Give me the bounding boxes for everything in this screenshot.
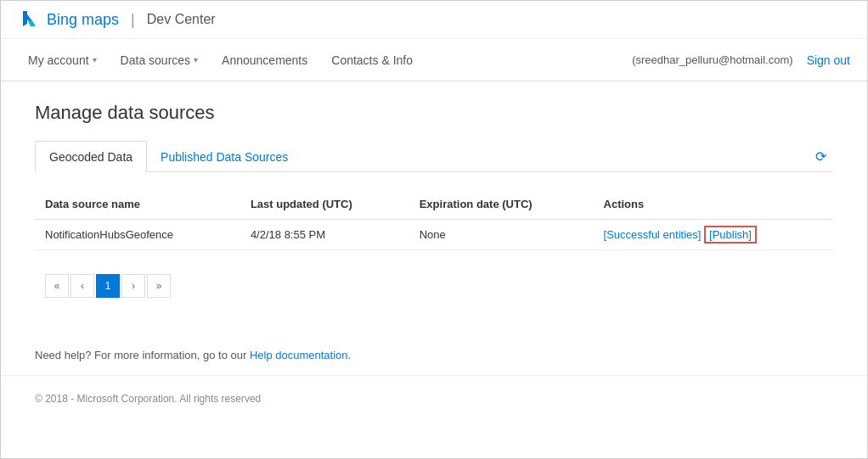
cell-last-updated: 4/2/18 8:55 PM [240, 220, 409, 250]
page-title: Manage data sources [35, 102, 833, 124]
pagination-first[interactable]: « [45, 274, 69, 298]
nav-label-data-sources: Data sources [121, 53, 190, 67]
nav-email: (sreedhar_pelluru@hotmail.com) [632, 53, 793, 66]
nav-item-data-sources[interactable]: Data sources ▾ [110, 42, 208, 79]
nav-item-my-account[interactable]: My account ▾ [18, 42, 107, 79]
pagination: « ‹ 1 › » [35, 264, 833, 308]
help-documentation-link[interactable]: Help documentation. [250, 349, 351, 361]
logo-text: Bing maps [47, 11, 119, 29]
cell-datasource-name: NotificationHubsGeofence [35, 220, 240, 250]
pagination-next[interactable]: › [121, 274, 145, 298]
nav-right: (sreedhar_pelluru@hotmail.com) Sign out [632, 53, 850, 67]
pagination-current[interactable]: 1 [96, 274, 120, 298]
tab-published-data-sources[interactable]: Published Data Sources [147, 142, 302, 172]
col-header-actions: Actions [594, 189, 833, 220]
cell-expiration: None [409, 220, 594, 250]
successful-entities-link[interactable]: [Successful entities] [604, 228, 702, 241]
nav-bar: My account ▾ Data sources ▾ Announcement… [1, 39, 867, 81]
col-header-last-updated: Last updated (UTC) [240, 189, 409, 220]
logo-divider: | [131, 11, 135, 29]
main-content: Manage data sources Geocoded Data Publis… [1, 81, 867, 328]
data-table: Data source name Last updated (UTC) Expi… [35, 189, 833, 250]
tab-geocoded-data[interactable]: Geocoded Data [35, 141, 147, 172]
pagination-prev[interactable]: ‹ [70, 274, 94, 298]
logo-area: Bing maps | Dev Center [18, 8, 216, 31]
sign-out-link[interactable]: Sign out [807, 53, 850, 67]
nav-items: My account ▾ Data sources ▾ Announcement… [18, 42, 632, 79]
table-row: NotificationHubsGeofence 4/2/18 8:55 PM … [35, 220, 833, 250]
nav-label-my-account: My account [28, 53, 89, 67]
col-header-name: Data source name [35, 189, 240, 220]
pagination-last[interactable]: » [147, 274, 171, 298]
nav-label-announcements: Announcements [222, 53, 307, 67]
tabs-container: Geocoded Data Published Data Sources ⟳ [35, 141, 833, 172]
dev-center-text: Dev Center [147, 12, 216, 27]
top-bar: Bing maps | Dev Center [1, 1, 867, 39]
help-text-before: Need help? For more information, go to o… [35, 349, 250, 361]
footer: © 2018 - Microsoft Corporation. All righ… [1, 375, 867, 422]
nav-label-contacts-info: Contacts & Info [331, 53, 413, 67]
bing-logo-icon [18, 8, 42, 31]
nav-item-announcements[interactable]: Announcements [211, 42, 318, 79]
tab-geocoded-data-label: Geocoded Data [49, 150, 132, 164]
publish-button[interactable]: [Publish] [704, 226, 757, 243]
chevron-down-icon-account: ▾ [93, 55, 97, 64]
help-text-area: Need help? For more information, go to o… [1, 328, 867, 375]
footer-text: © 2018 - Microsoft Corporation. All righ… [35, 393, 261, 405]
chevron-down-icon-data-sources: ▾ [194, 55, 198, 64]
col-header-expiration: Expiration date (UTC) [409, 189, 594, 220]
cell-actions: [Successful entities] [Publish] [594, 220, 833, 250]
refresh-icon[interactable]: ⟳ [809, 145, 833, 168]
nav-item-contacts-info[interactable]: Contacts & Info [321, 42, 423, 79]
tab-published-label: Published Data Sources [161, 150, 288, 164]
table-header-row: Data source name Last updated (UTC) Expi… [35, 189, 833, 220]
